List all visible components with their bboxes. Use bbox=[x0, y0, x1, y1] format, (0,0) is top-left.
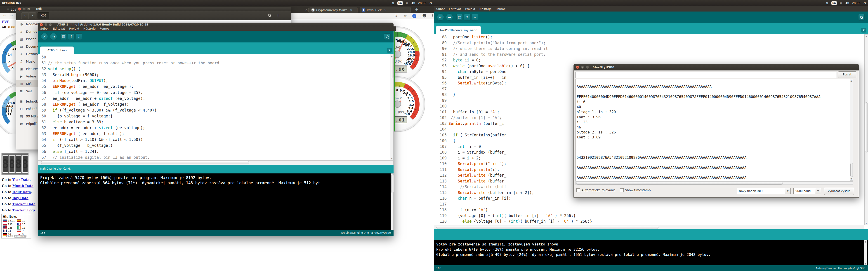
menu-súbor[interactable]: Súbor bbox=[436, 7, 445, 11]
menu-editovať[interactable]: Editovať bbox=[53, 27, 65, 30]
line-ending-select[interactable]: Nový riadok (NL) ▼ bbox=[737, 188, 791, 194]
scroll-up-icon[interactable]: ▲ bbox=[865, 35, 868, 37]
new-sketch-button[interactable]: ▤ bbox=[60, 33, 67, 40]
open-sketch-button[interactable]: ↑ bbox=[68, 33, 74, 40]
chevron-down-icon[interactable]: ▼ bbox=[815, 188, 821, 194]
tab-menu-dropdown-icon[interactable]: ▼ bbox=[387, 48, 392, 53]
save-sketch-button[interactable]: ↓ bbox=[471, 14, 478, 21]
keyboard-layout-indicator[interactable]: En bbox=[397, 1, 403, 5]
browser-back-button[interactable]: ← bbox=[3, 14, 6, 18]
clear-output-button[interactable]: Vymazať výstup bbox=[824, 188, 854, 195]
close-icon[interactable]: × bbox=[576, 66, 579, 69]
menu-projekt[interactable]: Projekt bbox=[69, 27, 79, 30]
scroll-up-icon[interactable]: ▲ bbox=[391, 55, 393, 57]
maximize-icon[interactable]: □ bbox=[27, 7, 30, 11]
profile-avatar-icon[interactable]: ☻ bbox=[422, 13, 427, 18]
serial-vscrollbar[interactable]: ▲ ▼ bbox=[850, 79, 853, 181]
network-updown-icon[interactable]: ⇅ bbox=[826, 2, 829, 5]
mail-icon[interactable]: ✉ bbox=[406, 2, 408, 5]
save-sketch-button[interactable]: ↓ bbox=[75, 33, 82, 40]
menu-nástroje[interactable]: Nástroje bbox=[84, 27, 96, 30]
session-gear-icon[interactable]: ⚙ bbox=[429, 2, 432, 5]
file-manager-titlebar[interactable]: × − □ Kôš bbox=[16, 7, 291, 11]
mail-icon[interactable]: ✉ bbox=[840, 2, 842, 5]
hidden-tab-close-icon[interactable]: × bbox=[305, 8, 308, 11]
partial-tab-label[interactable]: 192 bbox=[11, 8, 16, 11]
menu-pomoc[interactable]: Pomoc bbox=[496, 7, 505, 11]
new-sketch-button[interactable]: ▤ bbox=[456, 14, 463, 21]
editor-vscrollbar[interactable]: ▲ ▼ bbox=[864, 34, 868, 225]
breadcrumb-trash[interactable]: Kôš bbox=[37, 12, 49, 19]
verify-button[interactable]: ✓ bbox=[437, 13, 444, 21]
browser-forward-button[interactable]: → bbox=[10, 14, 13, 18]
close-icon[interactable]: × bbox=[18, 7, 21, 11]
baud-rate-select[interactable]: 9600 baud ▼ bbox=[794, 188, 821, 194]
upload-button[interactable]: → bbox=[50, 33, 57, 40]
link-month-data[interactable]: Month Data bbox=[12, 184, 33, 188]
search-icon[interactable] bbox=[266, 13, 273, 18]
volume-icon[interactable]: )) bbox=[411, 2, 415, 4]
scroll-down-icon[interactable]: ▼ bbox=[864, 263, 867, 265]
chevron-down-icon[interactable]: ▼ bbox=[785, 188, 790, 194]
console-vscrollbar[interactable] bbox=[391, 173, 394, 230]
upload-button[interactable]: → bbox=[446, 13, 453, 21]
minimize-icon[interactable]: − bbox=[44, 23, 48, 26]
network-updown-icon[interactable]: ⇅ bbox=[392, 2, 395, 5]
menu-nástroje[interactable]: Nástroje bbox=[479, 7, 492, 11]
bookmark-star-icon[interactable]: ☆ bbox=[404, 14, 407, 18]
zoom-out-icon[interactable]: ⊖ bbox=[395, 14, 397, 18]
minimize-icon[interactable]: − bbox=[23, 7, 26, 11]
serial-monitor-button[interactable] bbox=[858, 14, 865, 21]
session-gear-icon[interactable]: ⚙ bbox=[863, 2, 866, 5]
maximize-icon[interactable]: □ bbox=[586, 66, 589, 69]
clock[interactable]: 20:55 bbox=[852, 1, 860, 5]
ide-titlebar[interactable]: × − □ AT85_1_II.ino | Arduino 1.8.6 Hour… bbox=[38, 23, 394, 26]
timestamp-checkbox[interactable]: Show timestamp bbox=[620, 188, 651, 192]
link-year-data[interactable]: Year Data bbox=[12, 178, 30, 181]
link-tracker-logs[interactable]: Tracker Logs bbox=[12, 208, 35, 212]
serial-hscrollbar[interactable] bbox=[576, 181, 853, 185]
menu-projekt[interactable]: Projekt bbox=[465, 7, 475, 11]
sketch-tab[interactable]: AT85_1_II.ino bbox=[40, 46, 74, 54]
nav-back-button[interactable]: ‹ bbox=[21, 12, 29, 19]
scroll-up-icon[interactable]: ▲ bbox=[850, 80, 852, 82]
console-vscrollbar[interactable]: ▲ ▼ bbox=[864, 240, 867, 265]
scroll-down-icon[interactable]: ▼ bbox=[850, 178, 852, 180]
tab-close-icon[interactable]: × bbox=[350, 8, 352, 12]
editor-hscrollbar[interactable] bbox=[434, 225, 864, 229]
verify-button[interactable]: ✓ bbox=[41, 33, 48, 40]
close-icon[interactable]: × bbox=[40, 23, 43, 26]
autoscroll-checkbox[interactable]: Automatické rolovanie bbox=[577, 188, 616, 192]
serial-send-input[interactable] bbox=[576, 72, 837, 78]
serial-monitor-button[interactable] bbox=[384, 33, 391, 40]
menu-pomoc[interactable]: Pomoc bbox=[100, 27, 110, 30]
menu-editovať[interactable]: Editovať bbox=[449, 7, 461, 11]
new-tab-button[interactable]: + bbox=[415, 7, 418, 12]
minimize-icon[interactable]: − bbox=[581, 66, 584, 69]
tab-close-icon[interactable]: × bbox=[384, 8, 387, 12]
scroll-down-icon[interactable]: ▼ bbox=[391, 158, 393, 160]
serial-titlebar[interactable]: × − □ /dev/ttyUSB0 bbox=[574, 64, 859, 70]
code-editor[interactable]: 5051// the setup function runs once when… bbox=[38, 54, 390, 160]
maximize-icon[interactable]: □ bbox=[49, 23, 52, 26]
nav-forward-button[interactable]: › bbox=[29, 12, 36, 19]
page-heading-link[interactable]: FVE bbox=[2, 20, 9, 24]
link-tracker-data[interactable]: Tracker Data bbox=[12, 202, 35, 206]
editor-hscrollbar[interactable] bbox=[38, 160, 394, 165]
clock[interactable]: 20:55 bbox=[418, 1, 426, 5]
link-day-data[interactable]: Day Data bbox=[12, 196, 29, 200]
sketch-tab[interactable]: TwoPortReceive_my_nano bbox=[436, 26, 481, 34]
scroll-up-icon[interactable]: ▲ bbox=[864, 240, 867, 243]
browser-menu-icon[interactable]: ⋮ bbox=[431, 14, 434, 18]
menu-súbor[interactable]: Súbor bbox=[40, 27, 49, 30]
scroll-down-icon[interactable]: ▼ bbox=[865, 222, 868, 225]
tab-pavol-filek[interactable]: f Pavol Filek × bbox=[360, 7, 411, 13]
tab-cryptocurrency[interactable]: M Cryptocurrency Market × bbox=[309, 7, 358, 13]
send-button[interactable]: Poslať bbox=[838, 71, 856, 78]
keyboard-layout-indicator[interactable]: En bbox=[831, 1, 837, 5]
volume-icon[interactable]: )) bbox=[845, 2, 849, 4]
view-grid-icon[interactable]: ⠿ bbox=[275, 13, 282, 18]
link-hour-data[interactable]: Hour Data bbox=[12, 190, 31, 194]
editor-vscrollbar[interactable]: ▲ ▼ bbox=[390, 54, 394, 160]
tab-menu-dropdown-icon[interactable]: ▼ bbox=[861, 28, 866, 33]
